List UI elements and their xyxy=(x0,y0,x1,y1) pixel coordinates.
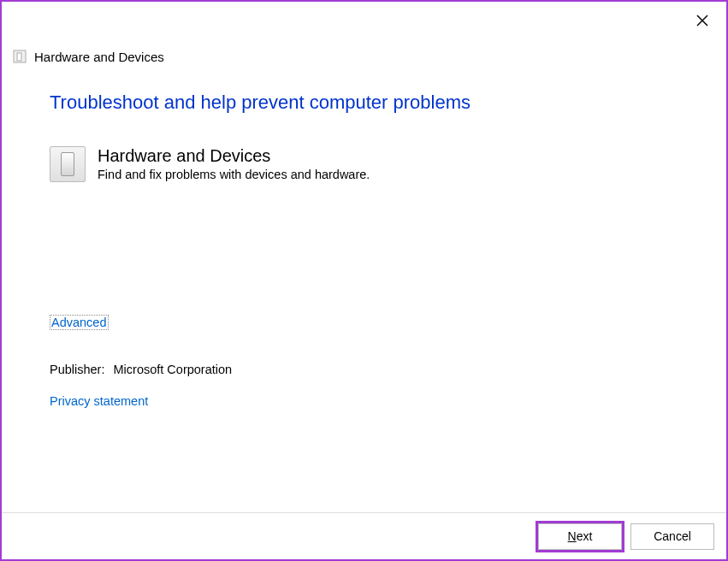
troubleshooter-title: Hardware and Devices xyxy=(98,146,370,166)
privacy-statement-link[interactable]: Privacy statement xyxy=(50,394,148,408)
main-content: Troubleshoot and help prevent computer p… xyxy=(2,64,726,409)
close-button[interactable] xyxy=(689,9,716,32)
publisher-label: Publisher: xyxy=(50,363,104,376)
troubleshooter-block: Hardware and Devices Find and fix proble… xyxy=(50,146,678,182)
next-button-rest: ext xyxy=(577,529,593,543)
svg-rect-3 xyxy=(17,53,21,61)
advanced-link[interactable]: Advanced xyxy=(50,315,109,330)
publisher-value: Microsoft Corporation xyxy=(114,363,233,376)
footer-button-bar: Next Cancel xyxy=(2,512,726,559)
window-header: Hardware and Devices xyxy=(2,2,726,64)
next-button-accelerator: N xyxy=(568,529,577,543)
troubleshooter-large-icon xyxy=(50,146,86,182)
troubleshooter-description: Find and fix problems with devices and h… xyxy=(98,168,370,181)
close-icon xyxy=(696,15,708,27)
cancel-button[interactable]: Cancel xyxy=(630,523,714,550)
next-button[interactable]: Next xyxy=(538,523,622,550)
page-heading: Troubleshoot and help prevent computer p… xyxy=(50,92,678,114)
window-title: Hardware and Devices xyxy=(34,50,164,64)
troubleshooter-small-icon xyxy=(12,49,27,64)
publisher-row: Publisher: Microsoft Corporation xyxy=(50,363,678,376)
troubleshooter-text: Hardware and Devices Find and fix proble… xyxy=(98,146,370,182)
